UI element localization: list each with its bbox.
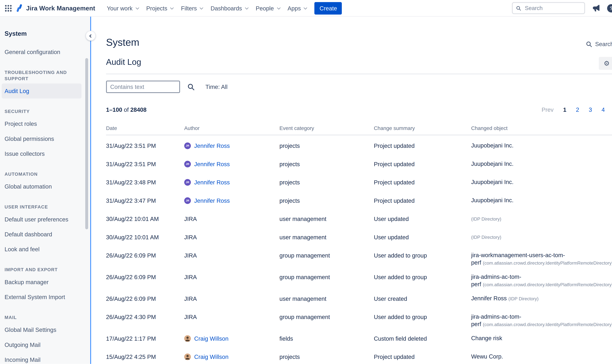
cell-event-category: group management bbox=[279, 251, 374, 260]
changed-object-text: jira-workmanagement-users-ac-tom- bbox=[471, 252, 565, 258]
nav-item-projects[interactable]: Projects bbox=[143, 2, 176, 14]
author-link[interactable]: Jennifer Ross bbox=[194, 142, 230, 150]
sidebar-title: System bbox=[4, 30, 86, 37]
cell-change-summary: Project updated bbox=[374, 178, 471, 186]
sidebar-item-global-automation[interactable]: Global automation bbox=[0, 179, 90, 194]
changed-object-line: Juupobejani Inc. bbox=[471, 160, 575, 167]
sidebar-scrollbar[interactable] bbox=[85, 58, 88, 229]
sidebar-item-label: Default dashboard bbox=[4, 231, 52, 238]
cell-date: 15/Aug/22 4:25 PM bbox=[106, 353, 184, 361]
sidebar-item-label: Backup manager bbox=[4, 279, 49, 285]
pagination-page-2[interactable]: 2 bbox=[573, 105, 582, 114]
changed-object-line: jira-admins-ac-tom- bbox=[471, 313, 575, 320]
primary-nav: Your workProjectsFiltersDashboardsPeople… bbox=[104, 2, 310, 14]
column-header-author: Author bbox=[184, 125, 279, 131]
results-count: 1–100 of 28408 bbox=[106, 106, 147, 113]
pagination-page-3[interactable]: 3 bbox=[586, 105, 595, 114]
changed-object-line: Juupobejani Inc. bbox=[471, 142, 575, 149]
sidebar-item-outgoing-mail[interactable]: Outgoing Mail bbox=[0, 337, 90, 352]
author-link[interactable]: Craig Willson bbox=[194, 353, 229, 361]
nav-item-label: Filters bbox=[181, 5, 197, 11]
global-search-input[interactable] bbox=[524, 4, 581, 12]
pagination-page-4[interactable]: 4 bbox=[599, 105, 608, 114]
table-row: 26/Aug/22 4:30 PMJIRAgroup managementUse… bbox=[106, 308, 612, 329]
sidebar-item-global-permissions[interactable]: Global permissions bbox=[0, 131, 90, 146]
cell-author: JIRA bbox=[184, 251, 279, 260]
author-link[interactable]: Jennifer Ross bbox=[194, 196, 230, 205]
changed-object-text: jira-admins-ac-tom- bbox=[471, 313, 521, 320]
sidebar-item-external-system-import[interactable]: External System Import bbox=[0, 289, 90, 304]
author-link[interactable]: Jennifer Ross bbox=[194, 160, 230, 168]
sidebar-item-global-mail-settings[interactable]: Global Mail Settings bbox=[0, 322, 90, 337]
app-switcher-icon[interactable] bbox=[5, 5, 12, 11]
cell-event-category: projects bbox=[279, 142, 374, 150]
sidebar-group-heading-mail: MAIL bbox=[4, 314, 75, 321]
actions-button[interactable]: ⚙ Actions bbox=[599, 57, 612, 70]
cell-change-summary: Project updated bbox=[374, 353, 471, 361]
pagination-prev[interactable]: Prev bbox=[539, 105, 557, 114]
jira-logo[interactable]: Jira Work Management bbox=[15, 4, 95, 13]
avatar bbox=[184, 353, 191, 360]
sidebar-item-default-user-preferences[interactable]: Default user preferences bbox=[0, 212, 90, 227]
author-link[interactable]: Jennifer Ross bbox=[194, 178, 230, 186]
search-jira-admin-link[interactable]: Search Jira admin bbox=[586, 41, 612, 47]
cell-event-category: group management bbox=[279, 273, 374, 281]
sidebar-item-project-roles[interactable]: Project roles bbox=[0, 116, 90, 131]
gear-icon: ⚙ bbox=[604, 60, 610, 67]
filter-search-button[interactable] bbox=[188, 83, 195, 90]
nav-item-dashboards[interactable]: Dashboards bbox=[207, 2, 251, 14]
sidebar-item-default-dashboard[interactable]: Default dashboard bbox=[0, 227, 90, 242]
cell-author: JRJennifer Ross bbox=[184, 196, 279, 205]
announcements-button[interactable] bbox=[592, 4, 600, 12]
filter-row: Time: All Export bbox=[106, 81, 612, 93]
nav-item-filters[interactable]: Filters bbox=[178, 2, 206, 14]
nav-item-your-work[interactable]: Your work bbox=[104, 2, 141, 14]
sidebar-item-look-and-feel[interactable]: Look and feel bbox=[0, 242, 90, 257]
cell-date: 26/Aug/22 6:09 PM bbox=[106, 273, 184, 281]
sidebar-collapse-button[interactable] bbox=[86, 31, 96, 41]
column-header-date: Date bbox=[106, 125, 184, 131]
author-text: JIRA bbox=[184, 233, 197, 241]
help-button[interactable]: ? bbox=[607, 4, 612, 12]
cell-actions: Show more bbox=[575, 215, 612, 223]
create-button[interactable]: Create bbox=[314, 2, 342, 14]
sidebar-item-label: Project roles bbox=[4, 120, 37, 127]
search-icon bbox=[516, 5, 521, 11]
cell-actions: Show more bbox=[575, 295, 612, 303]
cell-author: JRJennifer Ross bbox=[184, 178, 279, 186]
time-filter[interactable]: Time: All bbox=[205, 83, 228, 90]
contains-text-input[interactable] bbox=[106, 81, 180, 93]
cell-author: Craig Willson bbox=[184, 334, 279, 343]
sidebar-item-label: Global permissions bbox=[4, 135, 54, 142]
sidebar-resize-divider[interactable] bbox=[90, 17, 91, 364]
cell-changed-object: Jennifer Ross(IDP Directory) bbox=[471, 295, 575, 302]
nav-item-apps[interactable]: Apps bbox=[284, 2, 310, 14]
sidebar-groups: General configurationTROUBLESHOOTING AND… bbox=[0, 44, 90, 364]
header-divider bbox=[106, 74, 612, 74]
pagination-pages: 12345 bbox=[560, 105, 612, 114]
cell-author: JIRA bbox=[184, 295, 279, 303]
cell-changed-object: Change risk bbox=[471, 334, 575, 342]
cell-event-category: user management bbox=[279, 295, 374, 303]
sidebar-item-incoming-mail[interactable]: Incoming Mail bbox=[0, 352, 90, 364]
changed-object-line: jira-admins-ac-tom- bbox=[471, 273, 575, 280]
search-jira-admin-label: Search Jira admin bbox=[595, 41, 612, 47]
table-row: 31/Aug/22 3:47 PMJRJennifer Rossprojects… bbox=[106, 192, 612, 210]
changed-object-note: (IDP Directory) bbox=[471, 216, 501, 221]
cell-change-summary: User updated bbox=[374, 233, 471, 241]
author-link[interactable]: Craig Willson bbox=[194, 334, 229, 343]
global-search[interactable] bbox=[512, 2, 585, 14]
sidebar-item-issue-collectors[interactable]: Issue collectors bbox=[0, 146, 90, 161]
cell-change-summary: Project updated bbox=[374, 142, 471, 150]
pagination-page-5[interactable]: 5 bbox=[612, 105, 612, 114]
cell-change-summary: Project updated bbox=[374, 196, 471, 205]
sidebar-item-backup-manager[interactable]: Backup manager bbox=[0, 275, 90, 289]
sidebar-item-audit-log[interactable]: Audit Log bbox=[2, 83, 82, 98]
cell-changed-object: jira-workmanagement-users-ac-tom-perf(co… bbox=[471, 251, 575, 267]
nav-item-people[interactable]: People bbox=[252, 2, 283, 14]
nav-item-label: Apps bbox=[287, 5, 301, 11]
pagination-page-1[interactable]: 1 bbox=[560, 105, 569, 114]
sidebar-item-general-configuration[interactable]: General configuration bbox=[0, 44, 90, 59]
cell-changed-object: jira-admins-ac-tom-perf(com.atlassian.cr… bbox=[471, 273, 575, 288]
cell-event-category: projects bbox=[279, 353, 374, 361]
